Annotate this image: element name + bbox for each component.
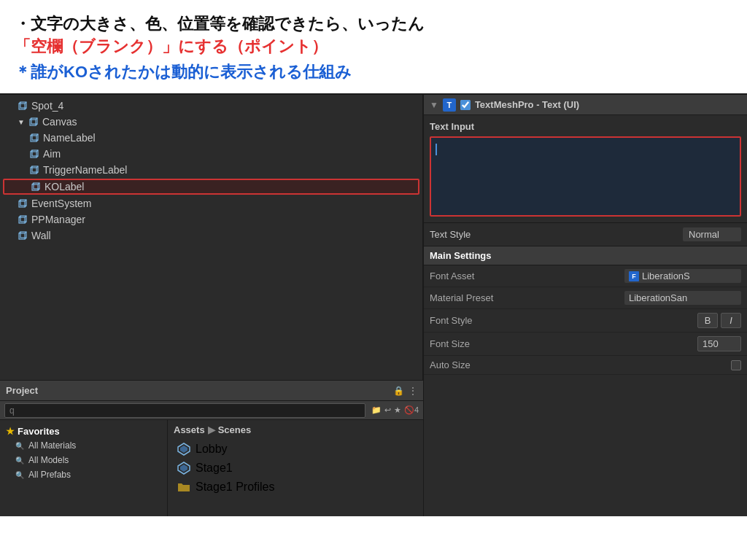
font-icon: F (629, 271, 639, 281)
star-icon: ★ (6, 426, 15, 437)
auto-size-checkbox[interactable] (731, 360, 741, 370)
cube-icon-eventsystem (18, 198, 28, 209)
favorites-title: Favorites (18, 426, 60, 437)
material-preset-value[interactable]: LiberationSan (624, 291, 741, 305)
cube-icon-triggernamelabel (29, 165, 39, 175)
breadcrumb: Assets ▶ Scenes (174, 424, 417, 435)
tmp-label: T (447, 101, 452, 109)
svg-rect-35 (19, 217, 25, 223)
cube-icon-namelabel (29, 133, 39, 143)
hierarchy-item-spot4[interactable]: Spot_4 (0, 98, 422, 114)
project-title: Project (6, 385, 38, 396)
font-size-label: Font Size (430, 338, 517, 349)
font-size-row: Font Size 150 (424, 332, 747, 356)
svg-rect-20 (31, 168, 36, 174)
search-action-icons: 📁 ↩ ★ 🚫4 (371, 405, 419, 415)
project-header-icons: 🔒 ⋮ (393, 386, 417, 396)
hierarchy-label-namelabel: NameLabel (43, 132, 96, 144)
breadcrumb-separator: ▶ (208, 424, 215, 435)
svg-rect-40 (19, 233, 25, 239)
hierarchy-item-wall[interactable]: Wall (0, 228, 422, 244)
font-italic-button[interactable]: I (721, 313, 741, 328)
text-input-box[interactable] (430, 136, 741, 217)
search-icon: 🔍 (15, 440, 25, 451)
scene-label-stage1-profiles: Stage1 Profiles (196, 481, 275, 494)
hierarchy-label-aim: Aim (43, 148, 61, 160)
favorites-header: ★ Favorites (0, 424, 167, 438)
auto-size-label: Auto Size (430, 359, 517, 370)
cube-icon-ppmanager (18, 214, 28, 225)
project-header: Project 🔒 ⋮ (0, 381, 423, 401)
favorites-label-materials: All Materials (28, 440, 76, 451)
hierarchy-item-kolabel[interactable]: KOLabel (3, 179, 419, 195)
hierarchy-label-triggernamelabel: TriggerNameLabel (43, 164, 127, 176)
text-input-label: Text Input (430, 121, 741, 132)
favorites-item-models[interactable]: 🔍 All Models (0, 453, 167, 467)
font-size-value[interactable]: 150 (697, 336, 741, 351)
lock-icon[interactable]: 🔒 (393, 386, 404, 396)
hierarchy-item-aim[interactable]: Aim (0, 146, 422, 162)
material-preset-label: Material Preset (430, 292, 517, 303)
material-preset-row: Material Preset LiberationSan (424, 287, 747, 309)
breadcrumb-scenes[interactable]: Scenes (218, 424, 252, 435)
annotation-area: ・文字の大きさ、色、位置等を確認できたら、いったん 「空欄（ブランク）」にする（… (0, 0, 747, 93)
text-cursor (436, 144, 437, 155)
project-search-bar: 📁 ↩ ★ 🚫4 (0, 401, 423, 420)
scene-item-stage1-profiles[interactable]: Stage1 Profiles (174, 478, 417, 497)
cube-icon-kolabel (31, 182, 41, 192)
svg-rect-0 (19, 104, 25, 109)
annotation-line2: ＊誰がKOされたかは動的に表示される仕組み (15, 61, 732, 84)
font-bold-button[interactable]: B (697, 313, 718, 328)
annotation-text-1: ・文字の大きさ、色、位置等を確認できたら、いったん (15, 15, 425, 33)
hierarchy-label-canvas: Canvas (42, 116, 77, 128)
editor-area: Spot_4 ▼ Canvas (0, 93, 747, 516)
breadcrumb-assets[interactable]: Assets (174, 424, 205, 435)
favorites-label-prefabs: All Prefabs (28, 470, 71, 480)
cube-icon-wall (18, 230, 28, 241)
folder-icon-profiles (177, 480, 191, 494)
star-filter-icon[interactable]: ★ (394, 405, 401, 415)
project-search-input[interactable] (4, 403, 365, 418)
hierarchy-item-triggernamelabel[interactable]: TriggerNameLabel (0, 162, 422, 178)
font-style-row: Font Style B I (424, 309, 747, 332)
hierarchy-item-ppmanager[interactable]: PPManager (0, 211, 422, 228)
refresh-icon[interactable]: ↩ (384, 405, 391, 415)
hierarchy-item-eventsystem[interactable]: EventSystem (0, 195, 422, 211)
svg-marker-48 (180, 464, 187, 472)
search-icon-prefabs: 🔍 (15, 470, 25, 480)
auto-size-row: Auto Size (424, 356, 747, 375)
menu-dots-icon[interactable]: ⋮ (409, 386, 417, 396)
svg-rect-15 (31, 152, 36, 158)
favorites-item-prefabs[interactable]: 🔍 All Prefabs (0, 467, 167, 482)
inspector-title: TextMeshPro - Text (UI) (475, 99, 579, 110)
font-asset-row: Font Asset F LiberationS (424, 265, 747, 287)
text-style-value[interactable]: Normal (683, 228, 741, 241)
cube-icon (18, 101, 28, 111)
tmp-icon: T (443, 98, 456, 112)
svg-marker-46 (180, 446, 187, 453)
text-input-section: Text Input (424, 115, 747, 223)
annotation-red-text: 「空欄（ブランク）」にする（ポイント） (15, 37, 328, 55)
scene-item-stage1[interactable]: Stage1 (174, 459, 417, 478)
add-folder-icon[interactable]: 📁 (371, 405, 382, 415)
scene-label-stage1: Stage1 (196, 462, 233, 475)
font-style-buttons: B I (697, 313, 741, 328)
favorites-item-materials[interactable]: 🔍 All Materials (0, 438, 167, 453)
hierarchy-item-canvas[interactable]: ▼ Canvas (0, 114, 422, 130)
hierarchy-item-namelabel[interactable]: NameLabel (0, 130, 422, 146)
collapse-arrow-icon[interactable]: ▼ (430, 100, 438, 110)
hierarchy-label-ppmanager: PPManager (31, 214, 85, 225)
font-asset-text: LiberationS (642, 271, 690, 281)
project-main-area: Assets ▶ Scenes Lobby (168, 420, 423, 516)
scene-item-lobby[interactable]: Lobby (174, 440, 417, 459)
cube-icon-aim (29, 149, 39, 159)
inspector-enabled-checkbox[interactable] (460, 100, 471, 110)
svg-rect-30 (19, 201, 25, 207)
text-style-row: Text Style Normal (424, 223, 747, 246)
svg-rect-5 (30, 120, 36, 125)
favorites-label-models: All Models (28, 455, 69, 465)
arrow-down-icon: ▼ (18, 117, 26, 126)
font-asset-value[interactable]: F LiberationS (624, 269, 741, 283)
eye-filter-icon[interactable]: 🚫4 (404, 405, 419, 415)
hierarchy-label-kolabel: KOLabel (44, 181, 84, 192)
